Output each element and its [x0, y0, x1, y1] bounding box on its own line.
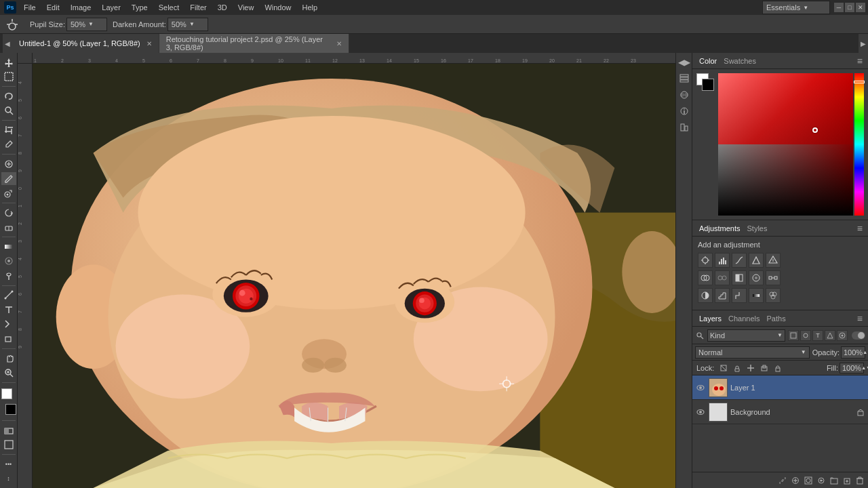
- opacity-value-control[interactable]: 100% ▲▼: [841, 346, 865, 359]
- menu-3d[interactable]: 3D: [213, 2, 232, 13]
- adj-curves[interactable]: [732, 253, 747, 268]
- dodge-tool[interactable]: [1, 269, 16, 283]
- color-spectrum-area[interactable]: [718, 73, 864, 216]
- color-swatches[interactable]: [1, 388, 16, 415]
- menu-filter[interactable]: Filter: [185, 2, 211, 13]
- layer-item-layer1[interactable]: Layer 1: [692, 375, 868, 400]
- lock-position[interactable]: [745, 363, 756, 373]
- adj-hsl[interactable]: [698, 270, 713, 285]
- canvas-container[interactable]: [33, 64, 675, 488]
- filter-kind-dropdown[interactable]: Kind ▼: [707, 329, 785, 342]
- adj-selectivecolor[interactable]: [766, 288, 781, 303]
- foreground-color[interactable]: [1, 388, 12, 399]
- left-panel-collapse[interactable]: ◀: [3, 34, 12, 53]
- menu-view[interactable]: View: [233, 2, 259, 13]
- darken-amount-dropdown[interactable]: 50% ▼: [167, 18, 208, 31]
- menu-layer[interactable]: Layer: [97, 2, 125, 13]
- lasso-tool[interactable]: [1, 89, 16, 103]
- quick-select-tool[interactable]: [1, 104, 16, 118]
- tab-paths[interactable]: Paths: [766, 314, 787, 323]
- shape-tool[interactable]: [1, 332, 16, 346]
- right-panel-collapse[interactable]: ▶: [859, 34, 868, 53]
- adj-exposure[interactable]: [749, 253, 764, 268]
- adj-channelmixer[interactable]: [766, 270, 781, 285]
- tab-color[interactable]: Color: [698, 57, 718, 65]
- menu-edit[interactable]: Edit: [42, 2, 64, 13]
- add-layer-style-button[interactable]: [790, 475, 801, 486]
- color-gradient-area[interactable]: [718, 73, 853, 216]
- adj-levels[interactable]: [715, 253, 730, 268]
- tab-styles[interactable]: Styles: [746, 224, 769, 232]
- move-tool[interactable]: [1, 56, 16, 69]
- new-fill-layer-button[interactable]: [816, 475, 827, 486]
- brush-tool[interactable]: [1, 172, 16, 186]
- filter-pixel[interactable]: [788, 330, 799, 341]
- marquee-tool[interactable]: [1, 70, 16, 84]
- quick-mask-toggle[interactable]: [1, 424, 16, 437]
- adj-invert[interactable]: [698, 288, 713, 303]
- adj-colorbalance[interactable]: [715, 270, 730, 285]
- background-color[interactable]: [5, 404, 16, 415]
- lock-all[interactable]: [772, 363, 783, 373]
- link-layers-button[interactable]: [777, 475, 788, 486]
- hand-tool[interactable]: [1, 352, 16, 365]
- pen-tool[interactable]: [1, 288, 16, 302]
- path-selection-tool[interactable]: [1, 318, 16, 331]
- lock-transparent[interactable]: [718, 363, 729, 373]
- hue-strip[interactable]: [854, 73, 864, 216]
- history-brush-tool[interactable]: [1, 206, 16, 220]
- adj-posterize[interactable]: [715, 288, 730, 303]
- color-panel-options[interactable]: ≡: [857, 56, 863, 66]
- filter-shape[interactable]: [825, 330, 835, 341]
- menu-select[interactable]: Select: [154, 2, 184, 13]
- side-icon-info[interactable]: [677, 104, 691, 118]
- healing-brush-tool[interactable]: [1, 157, 16, 171]
- adjustments-panel-options[interactable]: ≡: [857, 223, 863, 234]
- fill-value-control[interactable]: 100% ▲▼: [840, 363, 864, 373]
- lock-artboard[interactable]: [759, 363, 770, 373]
- menu-type[interactable]: Type: [127, 2, 153, 13]
- tab-layers[interactable]: Layers: [698, 314, 723, 323]
- filter-toggle[interactable]: [852, 331, 865, 340]
- color-swatch-fg-bg[interactable]: [696, 73, 714, 91]
- extra-tools-2[interactable]: ↕: [1, 472, 16, 485]
- minimize-button[interactable]: ─: [834, 3, 844, 12]
- filter-adjust[interactable]: [800, 330, 811, 341]
- close-button[interactable]: ✕: [856, 3, 865, 12]
- tab-untitled[interactable]: Untitled-1 @ 50% (Layer 1, RGB/8#) ✕: [12, 34, 159, 53]
- adj-bw[interactable]: [732, 270, 747, 285]
- delete-layer-button[interactable]: [854, 475, 865, 486]
- side-toggle-1[interactable]: ◀▶: [677, 56, 691, 69]
- adj-brightness[interactable]: [698, 253, 713, 268]
- background-visibility-toggle[interactable]: [695, 407, 706, 418]
- eraser-tool[interactable]: [1, 220, 16, 234]
- new-group-button[interactable]: [829, 475, 840, 486]
- menu-image[interactable]: Image: [66, 2, 96, 13]
- crop-tool[interactable]: [1, 123, 16, 137]
- eyedropper-tool[interactable]: [1, 138, 16, 152]
- adj-gradientmap[interactable]: [749, 288, 764, 303]
- side-icon-action[interactable]: [677, 121, 691, 134]
- blur-tool[interactable]: [1, 254, 16, 268]
- layer1-visibility-toggle[interactable]: [695, 382, 706, 393]
- adj-photofilter[interactable]: [749, 270, 764, 285]
- extra-tools[interactable]: •••: [1, 458, 16, 471]
- side-icon-channels[interactable]: [677, 88, 691, 102]
- new-layer-button[interactable]: [842, 475, 852, 486]
- tab-adjustments[interactable]: Adjustments: [698, 224, 742, 232]
- adj-threshold[interactable]: [732, 288, 747, 303]
- menu-help[interactable]: Help: [298, 2, 323, 13]
- adj-vibrance[interactable]: [766, 253, 781, 268]
- side-icon-layers[interactable]: [677, 72, 691, 85]
- tab-retouching[interactable]: Retouching tutorial project 2.psd @ 25% …: [159, 34, 349, 53]
- tab-channels[interactable]: Channels: [727, 314, 761, 323]
- maximize-button[interactable]: □: [845, 3, 854, 12]
- clone-stamp-tool[interactable]: [1, 186, 16, 200]
- zoom-tool[interactable]: [1, 366, 16, 380]
- pupil-size-dropdown[interactable]: 50% ▼: [66, 18, 107, 31]
- filter-text[interactable]: T: [812, 330, 823, 341]
- tab-swatches[interactable]: Swatches: [722, 57, 757, 65]
- layer-item-background[interactable]: Background: [692, 400, 868, 424]
- text-tool[interactable]: [1, 303, 16, 317]
- tab-untitled-close[interactable]: ✕: [146, 40, 152, 47]
